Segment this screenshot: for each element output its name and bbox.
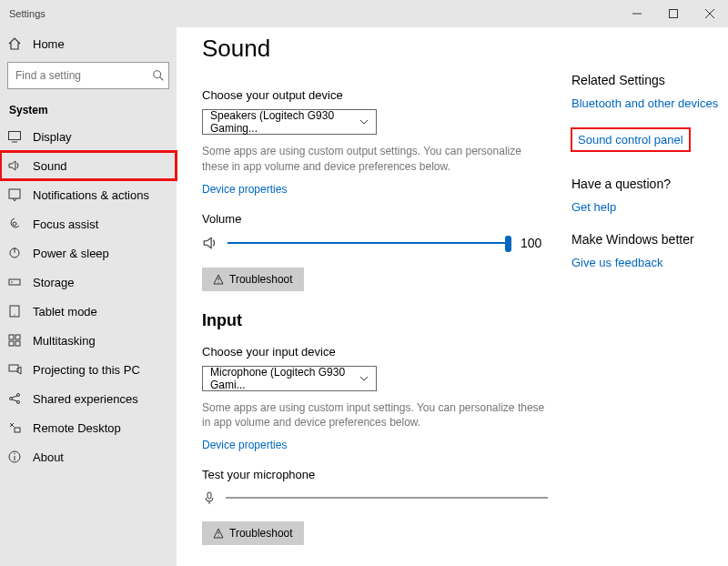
sidebar-item-sound[interactable]: Sound (0, 151, 177, 180)
display-icon (7, 129, 22, 144)
content: Sound Choose your output device Speakers… (202, 35, 548, 559)
sidebar-item-multitasking[interactable]: Multitasking (0, 326, 177, 355)
sidebar-item-label: Shared experiences (33, 392, 138, 406)
svg-rect-18 (9, 341, 14, 346)
volume-slider[interactable] (228, 235, 511, 251)
sound-icon (7, 158, 22, 173)
close-button[interactable] (692, 0, 728, 27)
output-help-text: Some apps are using custom output settin… (202, 144, 548, 175)
sound-control-panel-link[interactable]: Sound control panel (578, 133, 683, 147)
sidebar-item-label: Tablet mode (33, 305, 97, 318)
sidebar-item-projecting[interactable]: Projecting to this PC (0, 355, 177, 384)
sidebar-item-label: Projecting to this PC (33, 363, 140, 377)
svg-point-4 (154, 71, 161, 78)
shared-icon (7, 391, 22, 406)
svg-rect-19 (15, 341, 20, 346)
sidebar-item-label: Power & sleep (33, 247, 109, 260)
notifications-icon (7, 187, 22, 202)
mic-level-meter (226, 497, 548, 499)
test-mic-label: Test your microphone (202, 468, 548, 481)
output-troubleshoot-button[interactable]: Troubleshoot (202, 268, 304, 291)
svg-rect-17 (15, 335, 20, 339)
svg-rect-20 (9, 365, 18, 371)
about-icon (7, 450, 22, 464)
sidebar-item-about[interactable]: About (0, 442, 177, 471)
sidebar-item-label: Storage (33, 276, 75, 289)
svg-rect-34 (207, 492, 211, 499)
svg-point-9 (13, 222, 16, 226)
right-column: Related Settings Bluetooth and other dev… (555, 35, 724, 559)
search-icon (152, 69, 165, 82)
input-device-dropdown[interactable]: Microphone (Logitech G930 Gami... (202, 366, 377, 391)
sidebar-section-label: System (0, 96, 177, 122)
input-heading: Input (202, 311, 548, 330)
troubleshoot-label: Troubleshoot (229, 273, 293, 286)
search-input[interactable] (15, 69, 152, 82)
sidebar-item-label: Sound (33, 159, 67, 173)
svg-point-15 (14, 314, 15, 315)
sidebar-item-remote-desktop[interactable]: Remote Desktop (0, 413, 177, 442)
related-settings-heading: Related Settings (571, 73, 724, 87)
speaker-icon (202, 235, 218, 251)
svg-point-31 (14, 453, 15, 454)
power-icon (7, 246, 22, 260)
sidebar-item-label: Multitasking (33, 334, 96, 348)
feedback-link[interactable]: Give us feedback (571, 256, 724, 269)
app-name: Settings (0, 8, 46, 19)
minimize-button[interactable] (619, 0, 655, 27)
sidebar-item-shared[interactable]: Shared experiences (0, 384, 177, 413)
svg-point-37 (217, 536, 218, 537)
svg-line-24 (12, 396, 17, 398)
svg-rect-12 (9, 279, 20, 285)
sidebar-item-label: Notifications & actions (33, 188, 149, 202)
sidebar-item-label: Focus assist (33, 217, 98, 231)
multitasking-icon (7, 333, 22, 348)
window-buttons (619, 0, 728, 27)
focus-assist-icon (7, 217, 22, 231)
svg-rect-28 (15, 428, 20, 432)
sidebar-item-display[interactable]: Display (0, 122, 177, 151)
svg-line-5 (160, 77, 164, 81)
sidebar-item-home[interactable]: Home (0, 27, 177, 60)
home-icon (7, 36, 22, 51)
output-device-properties-link[interactable]: Device properties (202, 183, 287, 196)
bluetooth-link[interactable]: Bluetooth and other devices (571, 96, 724, 110)
warning-icon (213, 274, 224, 285)
svg-rect-16 (9, 335, 14, 339)
search-box[interactable] (7, 62, 169, 89)
chevron-down-icon (359, 374, 369, 383)
sidebar-item-label: Display (33, 130, 72, 144)
page-title: Sound (202, 35, 548, 63)
input-help-text: Some apps are using custom input setting… (202, 400, 548, 431)
chevron-down-icon (359, 117, 369, 126)
troubleshoot-label: Troubleshoot (229, 527, 293, 540)
output-choose-label: Choose your output device (202, 88, 548, 102)
input-choose-label: Choose your input device (202, 345, 548, 359)
sidebar: Home System Display Sound Notifications … (0, 27, 177, 566)
volume-label: Volume (202, 212, 548, 226)
sidebar-item-storage[interactable]: Storage (0, 268, 177, 297)
output-device-dropdown[interactable]: Speakers (Logitech G930 Gaming... (202, 109, 377, 135)
input-device-selected: Microphone (Logitech G930 Gami... (210, 366, 359, 391)
output-device-selected: Speakers (Logitech G930 Gaming... (210, 109, 359, 135)
sidebar-item-notifications[interactable]: Notifications & actions (0, 180, 177, 209)
maximize-button[interactable] (655, 0, 692, 27)
tablet-icon (7, 304, 22, 318)
svg-point-33 (217, 281, 218, 282)
input-device-properties-link[interactable]: Device properties (202, 439, 287, 451)
sidebar-item-power[interactable]: Power & sleep (0, 238, 177, 268)
sidebar-item-tablet[interactable]: Tablet mode (0, 297, 177, 326)
remote-desktop-icon (7, 420, 22, 435)
svg-rect-6 (9, 132, 21, 140)
storage-icon (7, 275, 22, 289)
svg-point-13 (11, 281, 13, 283)
microphone-icon (202, 490, 217, 505)
sidebar-item-focus-assist[interactable]: Focus assist (0, 209, 177, 238)
warning-icon (213, 528, 224, 539)
svg-rect-1 (670, 10, 678, 18)
projecting-icon (7, 362, 22, 377)
get-help-link[interactable]: Get help (571, 200, 724, 214)
input-troubleshoot-button[interactable]: Troubleshoot (202, 521, 304, 545)
sound-control-panel-highlight: Sound control panel (571, 128, 690, 151)
titlebar: Settings (0, 0, 728, 27)
